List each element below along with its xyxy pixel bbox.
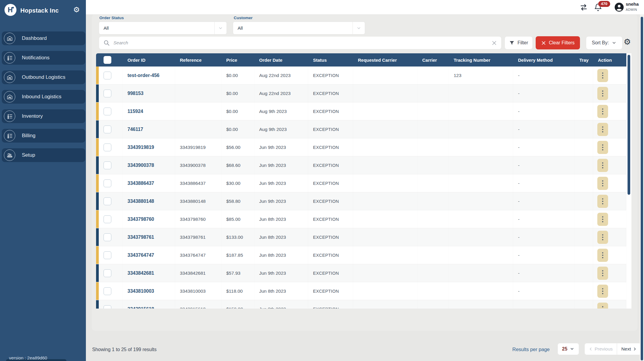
cell-order-date: Jun 9th 2023 (254, 300, 308, 309)
column-header-carrier[interactable]: Carrier (417, 53, 449, 67)
sidebar-item-outbound-logistics[interactable]: Outbound Logistics (2, 70, 85, 84)
cell-order-id[interactable]: 115924 (123, 102, 175, 120)
search-input[interactable] (113, 40, 491, 46)
row-checkbox[interactable] (104, 197, 111, 205)
row-checkbox[interactable] (104, 179, 111, 187)
sidebar-settings-gear-icon[interactable]: ⚙ (73, 6, 80, 13)
table-settings-gear-icon[interactable]: ⚙ (624, 38, 631, 46)
cell-action (593, 120, 626, 138)
notification-count-badge[interactable]: 470 (598, 1, 610, 7)
row-checkbox[interactable] (104, 90, 111, 97)
row-checkbox[interactable] (104, 305, 111, 309)
checklist-icon (4, 130, 15, 141)
clear-search-icon[interactable] (491, 40, 497, 46)
cell-order-id[interactable]: 3343919819 (123, 138, 175, 156)
cell-order-id[interactable]: 3343798760 (123, 210, 175, 228)
order-status-select[interactable]: All (99, 22, 227, 34)
user-name[interactable]: sneha (626, 1, 639, 7)
cell-action (593, 228, 626, 246)
row-checkbox[interactable] (104, 269, 111, 277)
column-header-action[interactable]: Action (593, 53, 626, 67)
page-scrollbar-thumb[interactable] (641, 17, 643, 360)
cell-order-id[interactable]: 3343798761 (123, 228, 175, 246)
cell-status: EXCEPTION (308, 138, 353, 156)
cell-delivery-method: - (513, 300, 575, 309)
row-checkbox[interactable] (104, 215, 111, 223)
row-actions-kebab-button[interactable] (597, 231, 608, 244)
cell-order-id[interactable]: 3343810003 (123, 282, 175, 300)
row-checkbox[interactable] (104, 72, 111, 79)
customer-select[interactable]: All (233, 22, 365, 34)
cell-status: EXCEPTION (308, 84, 353, 102)
sidebar-item-notifications[interactable]: Notifications (2, 51, 85, 65)
cell-order-date: Aug 22nd 2023 (254, 67, 308, 84)
next-page-button[interactable]: Next (617, 343, 641, 355)
sidebar-item-setup[interactable]: Setup (2, 148, 85, 162)
previous-page-button[interactable]: Previous (584, 343, 617, 355)
sidebar-item-billing[interactable]: Billing (2, 129, 85, 143)
row-actions-kebab-button[interactable] (597, 69, 608, 82)
sidebar-item-inventory[interactable]: Inventory (2, 109, 85, 123)
column-header-order-date[interactable]: Order Date (254, 53, 308, 67)
column-header-status[interactable]: Status (308, 53, 353, 67)
row-actions-kebab-button[interactable] (597, 285, 608, 298)
results-per-page-label: Results per page (512, 347, 550, 352)
row-checkbox[interactable] (104, 108, 111, 115)
results-per-page-select[interactable]: 25 (558, 343, 579, 355)
cell-tracking-number (449, 228, 513, 246)
sidebar-item-label: Outbound Logistics (22, 74, 66, 80)
table-row: test-order-456$0.00Aug 22nd 2023EXCEPTIO… (96, 67, 626, 84)
select-all-checkbox[interactable] (104, 56, 111, 64)
column-header-reference[interactable]: Reference (175, 53, 221, 67)
cell-order-id[interactable]: 3343842681 (123, 264, 175, 282)
table-scrollbar-thumb[interactable] (628, 55, 630, 195)
clear-filters-button[interactable]: Clear Filters (536, 36, 580, 49)
user-avatar[interactable] (614, 2, 624, 13)
cell-tracking-number (449, 102, 513, 120)
cell-order-id[interactable]: 746117 (123, 120, 175, 138)
row-actions-kebab-button[interactable] (597, 267, 608, 280)
row-checkbox[interactable] (104, 287, 111, 295)
row-actions-kebab-button[interactable] (597, 141, 608, 154)
row-actions-kebab-button[interactable] (597, 303, 608, 309)
sidebar-item-dashboard[interactable]: Dashboard (2, 31, 85, 45)
row-actions-kebab-button[interactable] (597, 105, 608, 118)
cell-order-id[interactable]: 3343915618 (123, 300, 175, 309)
transfer-icon[interactable] (580, 3, 588, 13)
customer-label: Customer (234, 16, 253, 20)
cell-order-date: Jun 8th 2023 (254, 282, 308, 300)
column-header-tracking-number[interactable]: Tracking Number (449, 53, 513, 67)
row-actions-kebab-button[interactable] (597, 159, 608, 172)
row-actions-kebab-button[interactable] (597, 87, 608, 100)
filter-button[interactable]: Filter (505, 36, 533, 49)
column-header-price[interactable]: Price (221, 53, 254, 67)
header-checkbox-cell (99, 53, 123, 67)
column-header-delivery-method[interactable]: Delivery Method (513, 53, 575, 67)
brand[interactable]: H Hopstack Inc (4, 4, 59, 17)
row-actions-kebab-button[interactable] (597, 195, 608, 208)
cell-order-id[interactable]: 3343900378 (123, 156, 175, 174)
row-actions-kebab-button[interactable] (597, 249, 608, 262)
row-checkbox[interactable] (104, 126, 111, 133)
row-checkbox[interactable] (104, 233, 111, 241)
cell-order-id[interactable]: test-order-456 (123, 67, 175, 84)
sidebar-item-inbound-logistics[interactable]: Inbound Logistics (2, 90, 85, 104)
column-header-tray[interactable]: Tray (575, 53, 593, 67)
sort-by-button[interactable]: Sort By: (586, 36, 622, 49)
customer-value: All (238, 25, 353, 31)
column-header-requested-carrier[interactable]: Requested Carrier (353, 53, 417, 67)
cell-delivery-method: - (513, 174, 575, 192)
cell-status: EXCEPTION (308, 174, 353, 192)
cell-order-id[interactable]: 3343764747 (123, 246, 175, 264)
cell-order-id[interactable]: 3343880148 (123, 192, 175, 210)
row-checkbox[interactable] (104, 161, 111, 169)
row-checkbox[interactable] (104, 144, 111, 151)
row-actions-kebab-button[interactable] (597, 213, 608, 226)
cell-order-id[interactable]: 3343886437 (123, 174, 175, 192)
cell-tracking-number (449, 246, 513, 264)
row-actions-kebab-button[interactable] (597, 123, 608, 136)
cell-order-id[interactable]: 998153 (123, 84, 175, 102)
column-header-order-id[interactable]: Order ID (123, 53, 175, 67)
row-checkbox[interactable] (104, 251, 111, 259)
row-actions-kebab-button[interactable] (597, 177, 608, 190)
